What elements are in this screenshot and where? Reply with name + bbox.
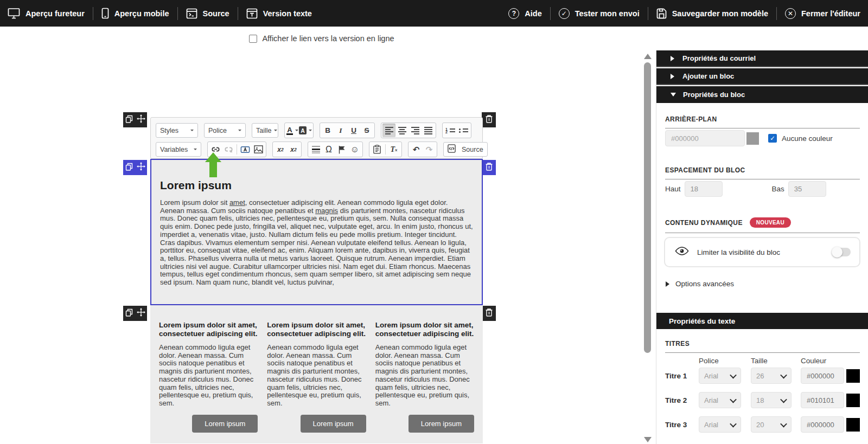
- remove-format-button[interactable]: Tx: [387, 143, 400, 156]
- duplicate-block-icon[interactable]: [125, 163, 133, 173]
- styles-dropdown[interactable]: Styles: [156, 123, 198, 138]
- title1-size-select[interactable]: 26: [751, 368, 792, 384]
- advanced-options-toggle[interactable]: Options avancées: [666, 280, 734, 288]
- mobile-preview-button[interactable]: Aperçu mobile: [101, 8, 169, 19]
- online-version-checkbox[interactable]: [249, 35, 257, 43]
- chevron-down-icon: [295, 130, 298, 133]
- title2-color-input[interactable]: [801, 392, 844, 408]
- source-label: Source: [203, 9, 229, 18]
- text-color-button[interactable]: A: [286, 124, 299, 137]
- bold-button[interactable]: B: [321, 124, 334, 137]
- paste-button[interactable]: [371, 143, 384, 156]
- text-version-button[interactable]: Version texte: [246, 8, 312, 19]
- help-button[interactable]: ? Aide: [508, 8, 541, 19]
- column-body: Aenean commodo ligula eget dolor. Aenean…: [159, 344, 258, 408]
- size-dropdown[interactable]: Taille: [252, 123, 278, 138]
- underline-button[interactable]: U: [347, 124, 360, 137]
- undo-button[interactable]: ↶: [410, 143, 423, 156]
- strikethrough-button[interactable]: S: [360, 124, 373, 137]
- source-button[interactable]: Source: [186, 8, 229, 19]
- title1-color-swatch[interactable]: [846, 369, 860, 383]
- flag-button[interactable]: [335, 143, 348, 156]
- block-handle-selected: [123, 160, 147, 175]
- group-divider: [385, 144, 386, 155]
- align-right-button[interactable]: [409, 124, 422, 137]
- title3-font-select[interactable]: Arial: [699, 416, 741, 433]
- source-window-icon: [186, 8, 197, 19]
- select-value: 26: [756, 372, 764, 380]
- align-group: [381, 123, 436, 138]
- accordion-email-properties[interactable]: Propriétés du courriel: [656, 50, 868, 67]
- scroll-up-arrow-icon[interactable]: [644, 54, 652, 59]
- inline-link[interactable]: magnis: [315, 207, 338, 215]
- save-template-button[interactable]: Sauvegarder mon modèle: [656, 8, 768, 19]
- unlink-button[interactable]: [222, 143, 235, 156]
- spacing-bottom-input[interactable]: [788, 181, 826, 197]
- image-button[interactable]: [252, 143, 265, 156]
- button-widget-button[interactable]: [239, 143, 252, 156]
- scrollbar-thumb[interactable]: [644, 62, 651, 353]
- save-icon: [656, 8, 667, 19]
- delete-block-button[interactable]: [482, 112, 496, 127]
- font-dropdown[interactable]: Police: [204, 123, 246, 138]
- duplicate-block-icon[interactable]: [125, 115, 133, 125]
- accordion-label: Propriétés du bloc: [683, 91, 745, 99]
- column-cta-button[interactable]: Lorem ipsum: [301, 415, 366, 433]
- inline-link[interactable]: amet: [229, 198, 245, 207]
- delete-block-button[interactable]: [482, 306, 496, 321]
- accordion-block-properties[interactable]: Propriétés du bloc: [656, 86, 868, 103]
- text-window-icon: [246, 8, 258, 19]
- title1-font-select[interactable]: Arial: [699, 368, 741, 384]
- text-block-selected[interactable]: Lorem ipsum Lorem ipsum dolor sit amet, …: [150, 159, 483, 305]
- chevron-right-icon: [671, 74, 677, 79]
- duplicate-block-icon[interactable]: [125, 308, 133, 319]
- browser-preview-button[interactable]: Aperçu fureteur: [8, 8, 85, 19]
- align-justify-button[interactable]: [422, 124, 435, 137]
- no-color-checkbox[interactable]: ✓: [768, 134, 777, 143]
- accordion-add-block[interactable]: Ajouter un bloc: [656, 68, 868, 85]
- vertical-scrollbar[interactable]: [643, 50, 652, 444]
- title3-size-select[interactable]: 20: [751, 416, 792, 433]
- title3-color-input[interactable]: [801, 416, 844, 433]
- visibility-toggle[interactable]: [833, 248, 851, 256]
- move-block-icon[interactable]: [137, 162, 145, 173]
- variables-dropdown-label: Variables: [160, 146, 188, 153]
- source-mode-button[interactable]: Source: [443, 142, 488, 157]
- help-label: Aide: [525, 9, 541, 18]
- title2-color-swatch[interactable]: [846, 394, 860, 407]
- text-properties-header[interactable]: Propriétés du texte: [656, 313, 868, 329]
- three-columns-block[interactable]: Lorem ipsum dolor sit amet, consectetuer…: [150, 305, 483, 443]
- block-paragraph: Lorem ipsum dolor sit amet, consectetuer…: [160, 199, 473, 287]
- emoji-button[interactable]: ☺: [348, 143, 361, 156]
- special-char-button[interactable]: Ω: [322, 143, 335, 156]
- title1-color-input[interactable]: [801, 368, 844, 384]
- superscript-button[interactable]: x2: [287, 143, 300, 156]
- align-left-button[interactable]: [382, 124, 395, 137]
- ordered-list-button[interactable]: 12: [444, 124, 457, 137]
- spacing-top-input[interactable]: [685, 181, 723, 197]
- column-cta-button[interactable]: Lorem ipsum: [409, 415, 474, 433]
- title2-font-select[interactable]: Arial: [699, 392, 741, 408]
- move-block-icon[interactable]: [137, 308, 145, 319]
- horizontal-rule-button[interactable]: [309, 143, 322, 156]
- title2-size-select[interactable]: 18: [751, 392, 792, 408]
- background-color-input[interactable]: [665, 130, 745, 146]
- close-editor-button[interactable]: ✕ Fermer l'éditeur: [785, 8, 860, 19]
- test-send-button[interactable]: ✓ Tester mon envoi: [559, 8, 640, 19]
- align-center-button[interactable]: [395, 124, 409, 137]
- column-2: Lorem ipsum dolor sit amet, consectetuer…: [267, 321, 366, 443]
- subscript-button[interactable]: x2: [274, 143, 287, 156]
- delete-block-button[interactable]: [482, 160, 496, 175]
- italic-button[interactable]: I: [334, 124, 347, 137]
- redo-button[interactable]: ↷: [423, 143, 436, 156]
- bg-color-button[interactable]: A: [299, 124, 312, 137]
- scroll-down-arrow-icon[interactable]: [644, 437, 652, 442]
- move-block-icon[interactable]: [137, 114, 145, 125]
- variables-dropdown[interactable]: Variables: [156, 142, 201, 157]
- trash-icon: [486, 308, 493, 319]
- column-cta-button[interactable]: Lorem ipsum: [192, 415, 258, 433]
- column-button-row: Lorem ipsum: [267, 415, 366, 433]
- background-color-swatch[interactable]: [746, 132, 759, 145]
- title3-color-swatch[interactable]: [846, 418, 860, 432]
- bullet-list-button[interactable]: [457, 124, 470, 137]
